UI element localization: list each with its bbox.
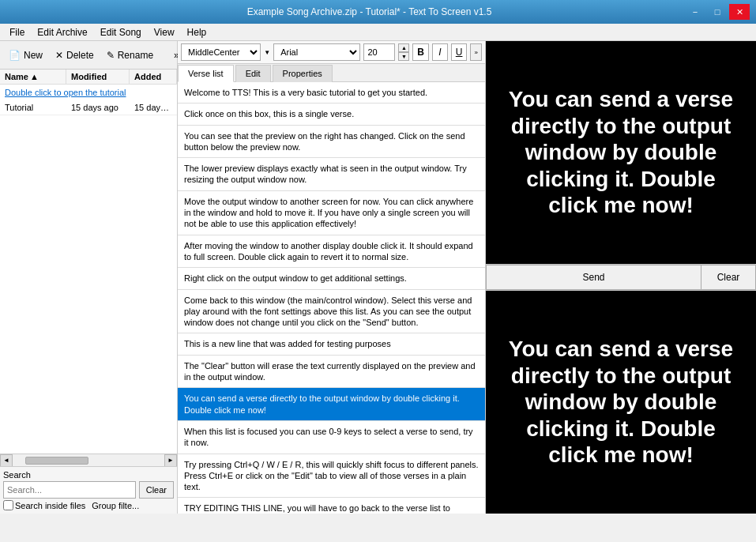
delete-button[interactable]: ✕ Delete — [50, 44, 100, 66]
search-row: Clear — [3, 481, 174, 499]
row-modified: 15 days ago — [66, 100, 130, 115]
font-select[interactable]: Arial — [273, 43, 360, 61]
new-icon: 📄 — [9, 50, 21, 61]
preview-controls: Send Clear — [486, 264, 756, 291]
tab-properties[interactable]: Properties — [273, 65, 333, 82]
italic-button[interactable]: I — [432, 43, 448, 61]
rename-icon: ✎ — [107, 50, 115, 61]
underline-button[interactable]: U — [451, 43, 467, 61]
list-item[interactable]: The "Clear" button will erase the text c… — [178, 356, 485, 389]
send-button[interactable]: Send — [486, 265, 701, 290]
new-button[interactable]: 📄 New — [3, 44, 48, 66]
preview-bottom: You can send a verse directly to the out… — [486, 291, 756, 514]
size-up-button[interactable]: ▲ — [398, 43, 409, 52]
menu-help[interactable]: Help — [181, 24, 213, 40]
delete-icon: ✕ — [55, 50, 63, 61]
titlebar-title: Example Song Archive.zip - Tutorial* - T… — [54, 6, 685, 17]
scroll-track[interactable] — [13, 454, 164, 467]
search-area: Search Clear Search inside files Group f… — [0, 466, 177, 514]
tabs: Verse list Edit Properties — [178, 64, 485, 82]
toolbar-expand-button[interactable]: » — [470, 43, 482, 61]
new-label: New — [24, 50, 43, 61]
delete-label: Delete — [66, 50, 94, 61]
row-name: Tutorial — [0, 100, 66, 115]
header-name[interactable]: Name ▲ — [0, 70, 66, 84]
list-item[interactable]: Come back to this window (the main/contr… — [178, 290, 485, 334]
list-item[interactable]: After moving the window to another displ… — [178, 235, 485, 269]
tab-verse-list[interactable]: Verse list — [178, 65, 234, 82]
list-item[interactable]: This is a new line that was added for te… — [178, 333, 485, 355]
size-stepper[interactable]: ▲ ▼ — [398, 43, 409, 61]
alignment-select[interactable]: MiddleCenter — [181, 43, 261, 61]
tutorial-link[interactable]: Double click to open the tutorial — [0, 85, 177, 100]
list-item[interactable]: You can see that the preview on the righ… — [178, 126, 485, 159]
search-inside-files-option[interactable]: Search inside files — [3, 500, 85, 510]
header-modified[interactable]: Modified — [66, 70, 130, 84]
rename-button[interactable]: ✎ Rename — [101, 44, 159, 66]
list-item[interactable]: You can send a verse directly to the out… — [178, 388, 485, 421]
search-options: Search inside files Group filte... — [3, 500, 174, 510]
close-button[interactable]: ✕ — [729, 4, 750, 20]
search-label: Search — [3, 470, 174, 480]
header-added[interactable]: Added — [130, 70, 177, 84]
menu-edit-archive[interactable]: Edit Archive — [31, 24, 93, 40]
titlebar-buttons: − □ ✕ — [685, 4, 750, 20]
row-added: 15 days a... — [130, 100, 177, 115]
scroll-thumb[interactable] — [25, 457, 88, 465]
list-item[interactable]: Welcome to TTS! This is a very basic tut… — [178, 82, 485, 104]
file-list-body: Double click to open the tutorial Tutori… — [0, 85, 177, 454]
size-down-button[interactable]: ▼ — [398, 52, 409, 61]
main-container: 📄 New ✕ Delete ✎ Rename » Name ▲ Modifie… — [0, 41, 756, 514]
search-clear-button[interactable]: Clear — [139, 481, 174, 499]
list-item[interactable]: Try pressing Ctrl+Q / W / E / R, this wi… — [178, 454, 485, 499]
middle-panel: MiddleCenter ▼ Arial ▲ ▼ B I U » Verse l… — [178, 41, 486, 514]
group-filter-label: Group filte... — [92, 501, 139, 510]
list-item[interactable]: TRY EDITING THIS LINE, you will have to … — [178, 498, 485, 514]
verse-list: Welcome to TTS! This is a very basic tut… — [178, 82, 485, 514]
menu-view[interactable]: View — [148, 24, 181, 40]
list-item[interactable]: The lower preview displays exactly what … — [178, 158, 485, 191]
list-item[interactable]: Click once on this box, this is a single… — [178, 104, 485, 125]
list-item[interactable]: Move the output window to another screen… — [178, 191, 485, 235]
list-item[interactable]: Right click on the output window to get … — [178, 268, 485, 289]
table-row[interactable]: Tutorial 15 days ago 15 days a... — [0, 100, 177, 115]
file-list-header: Name ▲ Modified Added — [0, 70, 177, 85]
horizontal-scrollbar[interactable]: ◄ ► — [0, 454, 177, 466]
font-size-input[interactable] — [363, 43, 395, 61]
scroll-left-arrow[interactable]: ◄ — [0, 454, 13, 467]
tab-edit[interactable]: Edit — [235, 65, 271, 82]
scroll-right-arrow[interactable]: ► — [164, 454, 177, 467]
minimize-button[interactable]: − — [685, 4, 705, 20]
list-item[interactable]: When this list is focused you can use 0-… — [178, 421, 485, 454]
maximize-button[interactable]: □ — [707, 4, 728, 20]
menubar: File Edit Archive Edit Song View Help — [0, 24, 756, 41]
menu-edit-song[interactable]: Edit Song — [94, 24, 148, 40]
search-input[interactable] — [3, 481, 136, 499]
right-panel: You can send a verse directly to the out… — [486, 41, 756, 514]
search-inside-files-checkbox[interactable] — [3, 500, 13, 510]
dropdown-arrow-icon: ▼ — [264, 49, 270, 56]
bold-button[interactable]: B — [412, 43, 428, 61]
menu-file[interactable]: File — [3, 24, 31, 40]
format-toolbar: MiddleCenter ▼ Arial ▲ ▼ B I U » — [178, 41, 485, 64]
rename-label: Rename — [118, 50, 153, 61]
left-panel: 📄 New ✕ Delete ✎ Rename » Name ▲ Modifie… — [0, 41, 178, 514]
titlebar: Example Song Archive.zip - Tutorial* - T… — [0, 0, 756, 24]
clear-button[interactable]: Clear — [701, 265, 756, 290]
preview-top[interactable]: You can send a verse directly to the out… — [486, 41, 756, 264]
left-toolbar: 📄 New ✕ Delete ✎ Rename » — [0, 41, 177, 70]
